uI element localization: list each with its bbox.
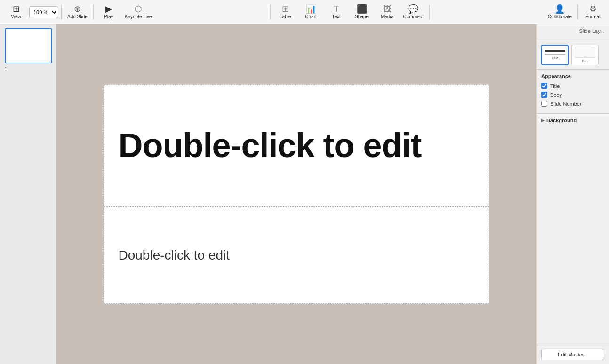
- comment-label: Comment: [403, 14, 424, 19]
- main-area: 1 Double-click to edit Double-click to e…: [0, 24, 609, 364]
- chevron-right-icon: ▶: [541, 118, 545, 123]
- slide-canvas[interactable]: Double-click to edit Double-click to edi…: [104, 84, 489, 304]
- keynote-live-icon: ⬡: [135, 5, 142, 13]
- toolbar: ⊞ View 50 % 75 % 100 % 125 % 150 % 200 %…: [0, 0, 609, 24]
- toolbar-right-group: 👤 Collaborate ⚙ Format: [545, 2, 605, 23]
- edit-master-button[interactable]: Edit Master...: [541, 349, 604, 360]
- keynote-live-label: Keynote Live: [125, 14, 152, 19]
- slide-thumbnail-1[interactable]: [5, 28, 52, 63]
- media-icon: 🖼: [383, 5, 392, 13]
- body-checkbox-row: Body: [541, 92, 604, 98]
- play-button[interactable]: ▶ Play: [96, 2, 121, 23]
- body-checkbox-label[interactable]: Body: [550, 92, 562, 98]
- view-icon: ⊞: [13, 5, 20, 13]
- layout-option-blank[interactable]: Bl...: [571, 45, 599, 65]
- comment-icon: 💬: [408, 5, 418, 13]
- chart-label: Chart: [305, 14, 316, 19]
- separator-2: [93, 5, 94, 20]
- slide-number-checkbox[interactable]: [541, 101, 547, 107]
- toolbar-left-group: ⊞ View 50 % 75 % 100 % 125 % 150 % 200 %…: [4, 2, 155, 23]
- format-icon: ⚙: [589, 5, 597, 13]
- collaborate-button[interactable]: 👤 Collaborate: [545, 2, 575, 23]
- shape-button[interactable]: ⬛ Shape: [350, 2, 374, 23]
- chart-button[interactable]: 📊 Chart: [299, 2, 323, 23]
- add-slide-label: Add Slide: [67, 14, 88, 19]
- layout-blank-preview: [575, 47, 595, 58]
- title-checkbox-row: Title: [541, 83, 604, 89]
- right-panel: Slide Lay... Title Bl...: [536, 24, 609, 364]
- view-button[interactable]: ⊞ View: [4, 2, 28, 23]
- text-icon: T: [334, 5, 339, 13]
- slide-title-box[interactable]: Double-click to edit: [104, 85, 489, 207]
- layout-line-thin-1: [545, 54, 565, 55]
- slide-number-1: 1: [5, 67, 8, 72]
- add-slide-icon: ⊕: [74, 5, 81, 13]
- text-button[interactable]: T Text: [324, 2, 349, 23]
- zoom-control[interactable]: 50 % 75 % 100 % 125 % 150 % 200 %: [29, 6, 58, 18]
- toolbar-center-group: ⊞ Table 📊 Chart T Text ⬛ Shape 🖼 Media 💬…: [156, 2, 544, 23]
- background-section: ▶ Background: [537, 113, 609, 127]
- add-slide-button[interactable]: ⊕ Add Slide: [64, 2, 90, 23]
- canvas-area: Double-click to edit Double-click to edi…: [56, 24, 536, 364]
- slide-body-box[interactable]: Double-click to edit: [104, 207, 489, 304]
- layout-option-title-label: Title: [552, 56, 559, 60]
- slide-number-checkbox-label[interactable]: Slide Number: [550, 101, 582, 107]
- body-checkbox[interactable]: [541, 92, 547, 98]
- play-icon: ▶: [105, 5, 112, 13]
- format-button[interactable]: ⚙ Format: [581, 2, 605, 23]
- appearance-title: Appearance: [541, 73, 604, 79]
- separator-3: [270, 5, 271, 20]
- slide-body-text[interactable]: Double-click to edit: [119, 248, 230, 263]
- layout-line-thick-1: [545, 50, 565, 52]
- edit-master-section: Edit Master...: [537, 345, 609, 364]
- separator-4: [429, 5, 430, 20]
- collaborate-label: Collaborate: [548, 14, 572, 19]
- separator-1: [61, 5, 62, 20]
- separator-5: [577, 5, 578, 20]
- spacer: [537, 127, 609, 345]
- layout-options: Title Bl...: [541, 45, 604, 65]
- shape-label: Shape: [355, 14, 369, 19]
- chart-icon: 📊: [306, 5, 316, 13]
- view-label: View: [11, 14, 21, 19]
- table-label: Table: [280, 14, 291, 19]
- media-label: Media: [381, 14, 393, 19]
- background-title: Background: [546, 118, 577, 123]
- layout-option-blank-label: Bl...: [582, 59, 588, 63]
- keynote-live-button[interactable]: ⬡ Keynote Live: [122, 2, 155, 23]
- slide-number-checkbox-row: Slide Number: [541, 101, 604, 107]
- appearance-section: Appearance Title Body Slide Number: [537, 69, 609, 113]
- shape-icon: ⬛: [357, 5, 367, 13]
- table-button[interactable]: ⊞ Table: [273, 2, 298, 23]
- layout-lines-title: [545, 50, 565, 55]
- play-label: Play: [104, 14, 113, 19]
- format-label: Format: [585, 14, 601, 19]
- background-header[interactable]: ▶ Background: [541, 118, 604, 123]
- layout-option-title[interactable]: Title: [541, 45, 569, 65]
- slide-title-text[interactable]: Double-click to edit: [119, 127, 422, 164]
- title-checkbox-label[interactable]: Title: [550, 83, 560, 89]
- zoom-select[interactable]: 50 % 75 % 100 % 125 % 150 % 200 %: [30, 9, 58, 16]
- title-checkbox[interactable]: [541, 83, 547, 89]
- slide-panel: 1: [0, 24, 56, 364]
- layout-section: Title Bl...: [537, 38, 609, 69]
- table-icon: ⊞: [282, 5, 289, 13]
- text-label: Text: [332, 14, 340, 19]
- comment-button[interactable]: 💬 Comment: [401, 2, 426, 23]
- collaborate-icon: 👤: [554, 5, 565, 13]
- media-button[interactable]: 🖼 Media: [375, 2, 400, 23]
- slide-layout-header: Slide Lay...: [537, 24, 609, 38]
